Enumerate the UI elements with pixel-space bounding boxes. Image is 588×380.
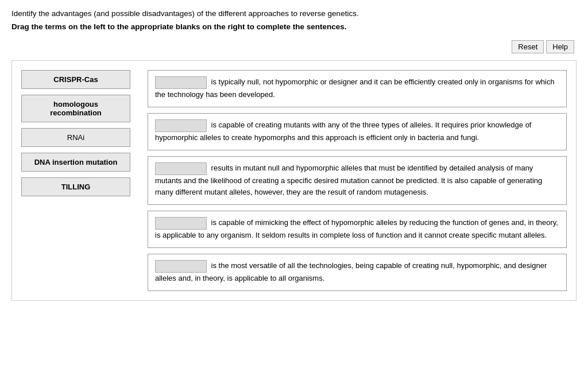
drag-term-rnai[interactable]: RNAi <box>21 128 130 147</box>
drag-term-tilling[interactable]: TILLING <box>21 177 130 196</box>
top-buttons: Reset Help <box>11 40 577 53</box>
drag-term-crispr[interactable]: CRISPR-Cas <box>21 70 130 89</box>
drag-term-homologous[interactable]: homologous recombination <box>21 95 130 122</box>
answer-box-1: is typically null, not hypomorphic or de… <box>148 70 567 107</box>
blank-2[interactable] <box>155 119 207 132</box>
blank-5[interactable] <box>155 260 207 273</box>
left-panel: CRISPR-Cashomologous recombinationRNAiDN… <box>21 70 136 291</box>
drag-term-dna[interactable]: DNA insertion mutation <box>21 153 130 172</box>
answer-box-2: is capable of creating mutants with any … <box>148 113 567 150</box>
answer-box-3: results in mutant null and hypomorphic a… <box>148 156 567 205</box>
blank-4[interactable] <box>155 217 207 230</box>
answer-box-4: is capable of mimicking the effect of hy… <box>148 211 567 248</box>
reset-button[interactable]: Reset <box>512 40 544 53</box>
blank-3[interactable] <box>155 162 207 175</box>
right-panel: is typically null, not hypomorphic or de… <box>148 70 567 291</box>
instruction-bold: Drag the terms on the left to the approp… <box>11 22 577 31</box>
answer-box-5: is the most versatile of all the technol… <box>148 254 567 291</box>
help-button[interactable]: Help <box>546 40 574 53</box>
intro-text: Identify the advantages (and possible di… <box>11 9 577 18</box>
blank-1[interactable] <box>155 76 207 89</box>
main-area: CRISPR-Cashomologous recombinationRNAiDN… <box>11 60 577 301</box>
